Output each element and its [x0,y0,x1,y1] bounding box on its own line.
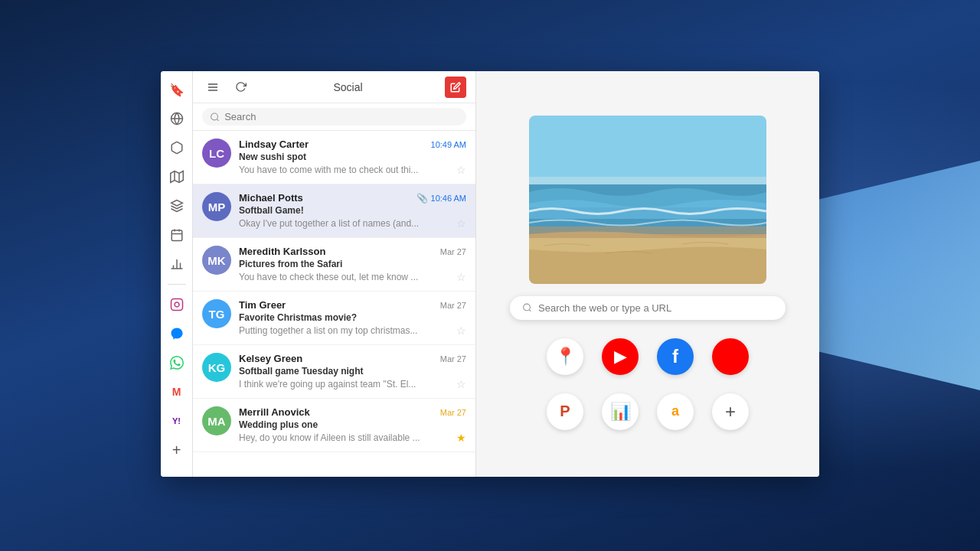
email-top-lc: Lindsay Carter 10:49 AM [239,139,466,150]
sidebar-icon-map[interactable] [165,165,189,189]
email-item-mk[interactable]: MK Meredith Karlsson Mar 27 Pictures fro… [193,238,475,292]
sender-name-lc: Lindsay Carter [239,139,309,150]
app-icon-youtube[interactable] [709,335,752,378]
attach-icon: 📎 [416,193,428,204]
svg-marker-2 [170,171,183,183]
email-top-ma: Merrill Anovick Mar 27 [239,406,466,418]
email-time-ma: Mar 27 [440,408,466,417]
app-icon-maps[interactable]: 📍 [544,335,586,378]
svg-marker-5 [171,201,182,207]
inbox-title: Social [257,81,439,93]
app-icon-inner-powerpoint: P [547,393,583,430]
email-preview-tg: Putting together a list on my top christ… [239,325,417,336]
email-content-tg: Tim Greer Mar 27 Favorite Christmas movi… [239,299,466,337]
app-icon-inner-maps: 📍 [547,338,583,375]
email-item-ma[interactable]: MA Merrill Anovick Mar 27 Wedding plus o… [193,399,475,452]
sidebar-divider [168,284,186,285]
email-content-ma: Merrill Anovick Mar 27 Wedding plus one … [239,406,466,444]
email-top-kg: Kelsey Green Mar 27 [239,353,466,364]
sidebar-icon-bookmark[interactable]: 🔖 [165,77,189,102]
email-content-lc: Lindsay Carter 10:49 AM New sushi spot Y… [239,139,466,176]
email-subject-tg: Favorite Christmas movie? [239,312,466,323]
email-actions-lc: 10:49 AM [431,140,466,149]
email-subject-mk: Pictures from the Safari [239,259,466,269]
sidebar-icon-cube[interactable] [165,135,189,160]
email-panel: Social LC Lin [193,71,476,477]
menu-button[interactable] [202,77,224,98]
url-search-input[interactable] [538,302,773,314]
email-header: Social [193,71,475,103]
sidebar-icon-layers[interactable] [165,194,189,218]
email-preview-mp: Okay I've put together a list of names (… [239,218,419,229]
avatar-kg: KG [202,353,231,382]
email-content-kg: Kelsey Green Mar 27 Softball game Tuesda… [239,353,466,390]
refresh-button[interactable] [230,77,251,98]
svg-rect-25 [529,227,766,238]
email-top-mp: Michael Potts 📎 10:46 AM [239,192,466,204]
email-preview-mk: You have to check these out, let me know… [239,272,418,282]
email-item-lc[interactable]: LC Lindsay Carter 10:49 AM New sushi spo… [193,131,475,184]
browser-panel: 📍▶fP📊a+ [476,71,819,477]
sender-name-mk: Meredith Karlsson [239,246,325,257]
sidebar-icon-add[interactable]: + [165,438,189,462]
compose-button[interactable] [445,77,466,98]
email-actions-mk: Mar 27 [440,247,466,256]
app-icon-youtube-music[interactable]: ▶ [599,335,642,378]
avatar-lc: LC [202,139,231,168]
email-time-mp: 10:46 AM [431,194,466,203]
star-icon-tg[interactable]: ☆ [456,324,466,337]
email-item-kg[interactable]: KG Kelsey Green Mar 27 Softball game Tue… [193,345,475,399]
avatar-ma: MA [202,406,231,435]
sidebar-icon-instagram[interactable] [165,292,189,317]
email-item-tg[interactable]: TG Tim Greer Mar 27 Favorite Christmas m… [193,292,475,345]
email-actions-kg: Mar 27 [440,354,466,364]
svg-rect-14 [171,299,182,311]
sidebar-icon-yahoo[interactable]: Y! [165,409,189,433]
search-bar [193,103,475,131]
email-preview-ma: Hey, do you know if Aileen is still avai… [239,432,420,443]
search-input-wrap[interactable] [202,108,466,126]
star-icon-kg[interactable]: ☆ [456,378,466,390]
svg-rect-6 [172,230,182,241]
star-icon-lc[interactable]: ☆ [456,164,466,176]
email-actions-ma: Mar 27 [440,408,466,417]
svg-line-27 [529,310,531,311]
app-icon-inner-youtube [712,338,749,375]
sidebar-icon-gmail[interactable]: M [165,380,189,404]
app-icon-facebook[interactable]: f [654,335,697,378]
star-icon-mk[interactable]: ☆ [456,271,466,283]
sidebar-icon-messenger[interactable] [165,321,189,346]
app-icon-powerpoint[interactable]: P [544,390,586,433]
email-subject-kg: Softball game Tuesday night [239,366,466,377]
email-time-kg: Mar 27 [440,354,466,364]
app-icon-amazon[interactable]: a [654,390,697,433]
app-icon-inner-add-more: + [712,393,749,430]
sender-name-mp: Michael Potts [239,192,303,204]
app-icon-google-data[interactable]: 📊 [599,390,642,433]
sidebar-icon-chart[interactable] [165,252,189,276]
avatar-mk: MK [202,246,231,275]
svg-point-19 [211,113,218,120]
avatar-tg: TG [202,299,231,328]
icon-sidebar: 🔖 [161,71,193,477]
sender-name-kg: Kelsey Green [239,353,302,364]
email-top-tg: Tim Greer Mar 27 [239,299,466,311]
sidebar-icon-whatsapp[interactable] [165,350,189,375]
star-icon-mp[interactable]: ☆ [456,217,466,230]
sender-name-ma: Merrill Anovick [239,406,310,418]
email-preview-kg: I think we're going up against team "St.… [239,379,416,390]
app-icon-inner-youtube-music: ▶ [602,338,639,375]
beach-image [529,116,766,284]
sidebar-icon-calendar[interactable] [165,223,189,247]
star-icon-ma[interactable]: ★ [456,432,466,444]
email-content-mk: Meredith Karlsson Mar 27 Pictures from t… [239,246,466,283]
app-grid: 📍▶fP📊a+ [544,335,752,433]
app-window: 🔖 [161,71,819,477]
avatar-mp: MP [202,192,231,221]
search-input[interactable] [224,111,459,122]
app-icon-add-more[interactable]: + [709,390,752,433]
email-item-mp[interactable]: MP Michael Potts 📎 10:46 AM Softball Gam… [193,184,475,238]
search-url-bar[interactable] [510,296,786,320]
sidebar-icon-globe[interactable] [165,106,189,131]
email-subject-lc: New sushi spot [239,152,466,162]
